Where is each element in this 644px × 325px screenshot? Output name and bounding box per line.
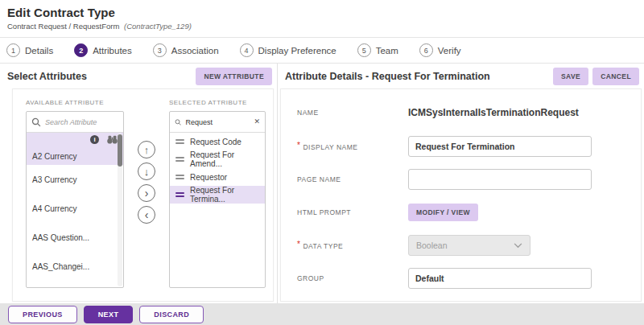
group-input[interactable] <box>408 268 592 289</box>
available-item[interactable]: A3 Currency <box>27 165 123 194</box>
available-item-highlighted[interactable]: i A2 Currency <box>27 133 123 165</box>
select-attributes-header: Select Attributes NEW ATTRIBUTE <box>0 64 277 88</box>
available-item-label: AAS_Changei... <box>32 262 89 271</box>
info-icon[interactable]: i <box>90 135 99 144</box>
new-attribute-button[interactable]: NEW ATTRIBUTE <box>196 68 272 85</box>
data-type-field-row: *DATA TYPE Boolean <box>297 235 641 256</box>
selected-item-label: Requestor <box>190 173 227 182</box>
page-header: Edit Contract Type Contract Request / Re… <box>0 0 644 37</box>
move-right-button[interactable]: › <box>138 184 155 202</box>
breadcrumb: Contract Request / RequestForm (Contract… <box>7 22 636 31</box>
main-content: Select Attributes NEW ATTRIBUTE AVAILABL… <box>0 64 644 303</box>
step-number: 2 <box>74 43 88 57</box>
data-type-select: Boolean <box>408 235 530 256</box>
display-name-input[interactable] <box>408 136 592 157</box>
contract-type-id: (ContractType_129) <box>124 22 192 31</box>
available-item-label: A3 Currency <box>32 175 77 184</box>
step-attributes[interactable]: 2 Attributes <box>74 43 132 57</box>
group-field-row: GROUP <box>297 268 641 289</box>
page-name-input[interactable] <box>408 169 592 190</box>
previous-button[interactable]: PREVIOUS <box>8 306 77 323</box>
selected-search-input[interactable] <box>185 118 250 126</box>
step-team[interactable]: 5 Team <box>357 43 398 57</box>
group-label: GROUP <box>297 274 408 282</box>
selected-item-label: Request For Amend... <box>190 150 265 168</box>
discard-button[interactable]: DISCARD <box>139 306 204 323</box>
move-up-button[interactable]: ↑ <box>138 141 155 158</box>
cancel-button[interactable]: CANCEL <box>592 68 639 85</box>
selected-search-row: ✕ <box>170 112 265 133</box>
required-asterisk: * <box>297 141 300 150</box>
available-search-input[interactable] <box>45 118 109 126</box>
step-label: Details <box>25 46 53 56</box>
step-details[interactable]: 1 Details <box>6 43 53 57</box>
drag-handle-icon[interactable] <box>175 139 184 144</box>
attribute-details-title: Attribute Details - Request For Terminat… <box>285 71 490 82</box>
step-label: Association <box>171 46 219 56</box>
save-button[interactable]: SAVE <box>553 68 588 85</box>
step-verify[interactable]: 6 Verify <box>419 43 461 57</box>
clear-search-icon[interactable]: ✕ <box>254 118 260 125</box>
move-arrows-column: ↑ ↓ › ‹ <box>124 99 169 301</box>
step-number: 3 <box>153 43 167 57</box>
detail-action-buttons: SAVE CANCEL <box>553 68 639 85</box>
arrow-up-icon: ↑ <box>144 145 150 155</box>
chevron-down-icon <box>514 243 522 249</box>
selected-item-highlighted[interactable]: Request For Termina... <box>170 186 265 204</box>
search-icon <box>175 117 181 127</box>
move-left-button[interactable]: ‹ <box>138 206 155 224</box>
display-name-field-row: *DISPLAY NAME <box>297 136 641 157</box>
breadcrumb-path: Contract Request / RequestForm <box>7 22 119 31</box>
available-item-label: A2 Currency <box>32 152 118 161</box>
step-label: Team <box>376 46 398 56</box>
available-item-label: A4 Currency <box>32 204 77 213</box>
select-attributes-section: Select Attributes NEW ATTRIBUTE AVAILABL… <box>0 64 278 303</box>
selected-item[interactable]: Request For Amend... <box>170 150 265 168</box>
chevron-right-icon: › <box>145 187 149 199</box>
next-button[interactable]: NEXT <box>84 306 134 323</box>
available-attribute-list: i A2 Currency <box>26 111 124 288</box>
binoculars-icon[interactable] <box>106 135 118 144</box>
name-label: NAME <box>297 109 408 117</box>
drag-handle-icon[interactable] <box>175 157 184 162</box>
available-item[interactable]: AAS_Changei... <box>27 252 123 281</box>
step-number: 5 <box>357 43 371 57</box>
step-label: Display Preference <box>258 46 336 56</box>
chevron-left-icon: ‹ <box>145 209 149 220</box>
available-item[interactable]: A4 Currency <box>27 194 123 223</box>
name-field-row: NAME ICMSysInternalIsTerminationRequest <box>297 102 641 123</box>
select-attributes-title: Select Attributes <box>7 71 87 82</box>
wizard-footer: PREVIOUS NEXT DISCARD <box>0 303 644 325</box>
page-name-label: PAGE NAME <box>297 175 408 183</box>
attribute-details-form: NAME ICMSysInternalIsTerminationRequest … <box>280 88 642 302</box>
available-search-row <box>27 112 123 133</box>
move-down-button[interactable]: ↓ <box>138 162 155 180</box>
available-attribute-label: AVAILABLE ATTRIBUTE <box>26 99 124 106</box>
modify-view-button[interactable]: MODIFY / VIEW <box>408 204 478 221</box>
wizard-steps: 1 Details 2 Attributes 3 Association 4 D… <box>0 37 644 64</box>
item-hover-icons: i <box>32 135 118 144</box>
data-type-value: Boolean <box>416 241 448 250</box>
selected-item[interactable]: Requestor <box>170 168 265 186</box>
scrollbar-thumb[interactable] <box>118 134 122 167</box>
selected-item[interactable]: Request Code <box>170 133 265 150</box>
drag-handle-icon[interactable] <box>175 192 184 197</box>
step-label: Verify <box>438 46 461 56</box>
selected-attribute-column: SELECTED ATTRIBUTE ✕ Request <box>169 99 266 301</box>
available-item[interactable]: AAS Question... <box>27 223 123 252</box>
page-name-field-row: PAGE NAME <box>297 169 641 190</box>
step-label: Attributes <box>93 46 132 56</box>
drag-handle-icon[interactable] <box>175 175 184 179</box>
available-item-label: AAS Question... <box>32 233 89 242</box>
attribute-details-section: Attribute Details - Request For Terminat… <box>278 64 644 303</box>
step-number: 4 <box>240 43 254 57</box>
attribute-picker-card: AVAILABLE ATTRIBUTE i <box>12 88 274 302</box>
step-association[interactable]: 3 Association <box>153 43 219 57</box>
list-scrollbar[interactable] <box>118 134 122 286</box>
required-asterisk: * <box>297 240 300 249</box>
step-display-preference[interactable]: 4 Display Preference <box>240 43 336 57</box>
data-type-label: *DATA TYPE <box>297 241 408 250</box>
page-title: Edit Contract Type <box>7 6 636 19</box>
attribute-details-header: Attribute Details - Request For Terminat… <box>278 64 644 88</box>
search-icon <box>31 117 41 127</box>
